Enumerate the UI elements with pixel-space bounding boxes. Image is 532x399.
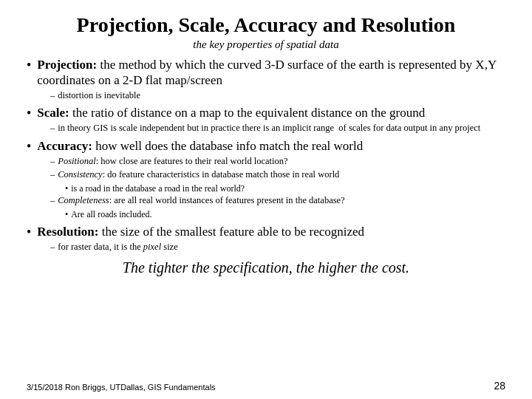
slide: Projection, Scale, Accuracy and Resoluti… (0, 0, 532, 399)
projection-subbullets: – distortion is inevitable (50, 89, 505, 103)
bullet-text-projection: Projection: the method by which the curv… (37, 57, 505, 89)
accuracy-sub3: Completeness: are all real world instanc… (58, 194, 344, 208)
resolution-body: the size of the smallest feature able to… (98, 225, 364, 239)
page-number: 28 (494, 380, 505, 392)
scale-sub1: in theory GIS is scale independent but i… (58, 122, 480, 135)
projection-body: the method by which the curved 3-D surfa… (37, 58, 496, 87)
bullet-dot-4: • (27, 225, 31, 240)
accuracy-subsub2: • Are all roads included. (65, 208, 505, 221)
bullet-resolution: • Resolution: the size of the smallest f… (27, 224, 505, 254)
slide-subtitle: the key properties of spatial data (27, 38, 505, 51)
bullet-accuracy: • Accuracy: how well does the database i… (27, 138, 505, 221)
accuracy-subsub2-text: Are all roads included. (71, 208, 151, 221)
term-scale: Scale: (37, 106, 69, 120)
scale-body: the ratio of distance on a map to the eq… (69, 106, 426, 120)
accuracy-subbullets: – Positional: how close are features to … (50, 155, 505, 221)
slide-title: Projection, Scale, Accuracy and Resoluti… (27, 13, 505, 37)
projection-sub1: distortion is inevitable (58, 89, 140, 103)
accuracy-sub2: Consistency: do feature characteristics … (58, 168, 339, 182)
resolution-subbullets: – for raster data, it is the pixel size (50, 241, 505, 254)
closing-statement: The tighter the specification, the highe… (27, 259, 505, 276)
bullet-scale: • Scale: the ratio of distance on a map … (27, 105, 505, 135)
bullet-dot-3: • (27, 139, 31, 154)
resolution-sub1: for raster data, it is the pixel size (58, 241, 177, 254)
slide-footer: 3/15/2018 Ron Briggs, UTDallas, GIS Fund… (27, 383, 216, 392)
bullet-dot-2: • (27, 106, 31, 121)
scale-subbullets: – in theory GIS is scale independent but… (50, 122, 505, 135)
bullet-text-resolution: Resolution: the size of the smallest fea… (37, 224, 364, 239)
term-resolution: Resolution: (37, 225, 98, 239)
accuracy-subsub1: • is a road in the database a road in th… (65, 183, 505, 195)
bullet-projection: • Projection: the method by which the cu… (27, 57, 505, 102)
term-projection: Projection: (37, 58, 97, 72)
accuracy-sub1: Positional: how close are features to th… (58, 155, 287, 168)
bullet-dot-1: • (27, 58, 31, 73)
term-accuracy: Accuracy: (37, 139, 92, 153)
bullet-text-accuracy: Accuracy: how well does the database inf… (37, 138, 363, 154)
bullet-text-scale: Scale: the ratio of distance on a map to… (37, 105, 425, 120)
accuracy-subsub1-text: is a road in the database a road in the … (71, 183, 245, 195)
accuracy-body: how well does the database info match th… (92, 139, 363, 153)
